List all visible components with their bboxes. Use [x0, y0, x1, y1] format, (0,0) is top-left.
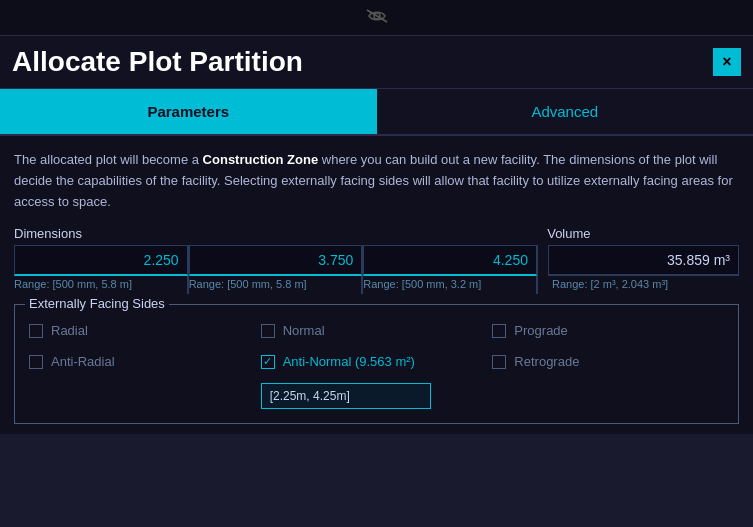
- retrograde-label: Retrograde: [514, 354, 579, 369]
- anti-normal-hint: [2.25m, 4.25m]: [261, 383, 431, 409]
- dim2-range: Range: [500 mm, 5.8 m]: [189, 276, 363, 294]
- description-text: The allocated plot will become a Constru…: [14, 150, 739, 212]
- dim2-input[interactable]: [189, 245, 363, 276]
- dim1-range: Range: [500 mm, 5.8 m]: [14, 276, 188, 294]
- normal-label: Normal: [283, 323, 325, 338]
- checkboxes-row-1: Radial Normal Prograde: [29, 323, 724, 338]
- volume-label: Volume: [537, 226, 739, 241]
- tab-advanced[interactable]: Advanced: [377, 89, 754, 134]
- close-button[interactable]: ×: [713, 48, 741, 76]
- dim1-input[interactable]: [14, 245, 188, 276]
- dim1-block: Range: [500 mm, 5.8 m]: [14, 245, 189, 294]
- dialog-title: Allocate Plot Partition: [12, 46, 303, 78]
- anti-radial-cb: [29, 355, 43, 369]
- top-bar: [0, 0, 753, 36]
- eye-slash-icon: [365, 6, 389, 29]
- facing-sides-container: Externally Facing Sides Radial Normal Pr…: [14, 304, 739, 424]
- dimensions-label: Dimensions: [14, 226, 537, 241]
- volume-range: Range: [2 m³, 2.043 m³]: [548, 276, 739, 294]
- checkbox-anti-radial[interactable]: Anti-Radial: [29, 354, 261, 369]
- main-content: The allocated plot will become a Constru…: [0, 136, 753, 434]
- tabs-container: Parameters Advanced: [0, 89, 753, 136]
- retrograde-cb: [492, 355, 506, 369]
- volume-block: Range: [2 m³, 2.043 m³]: [538, 245, 739, 294]
- prograde-label: Prograde: [514, 323, 567, 338]
- radial-label: Radial: [51, 323, 88, 338]
- checkbox-retrograde[interactable]: Retrograde: [492, 354, 724, 369]
- radial-cb: [29, 324, 43, 338]
- dim3-range: Range: [500 mm, 3.2 m]: [363, 276, 537, 294]
- checkbox-prograde[interactable]: Prograde: [492, 323, 724, 338]
- checkbox-radial[interactable]: Radial: [29, 323, 261, 338]
- title-bar: Allocate Plot Partition ×: [0, 36, 753, 89]
- checkboxes-row-2: Anti-Radial Anti-Normal (9.563 m²) [2.25…: [29, 354, 724, 409]
- dim2-block: Range: [500 mm, 5.8 m]: [189, 245, 364, 294]
- anti-normal-label: Anti-Normal (9.563 m²): [283, 354, 415, 369]
- anti-normal-cb: [261, 355, 275, 369]
- anti-radial-label: Anti-Radial: [51, 354, 115, 369]
- prograde-cb: [492, 324, 506, 338]
- facing-sides-legend: Externally Facing Sides: [25, 296, 169, 311]
- dim3-input[interactable]: [363, 245, 537, 276]
- dim3-block: Range: [500 mm, 3.2 m]: [363, 245, 538, 294]
- checkbox-anti-normal[interactable]: Anti-Normal (9.563 m²) [2.25m, 4.25m]: [261, 354, 493, 409]
- volume-input: [548, 245, 739, 276]
- checkbox-normal[interactable]: Normal: [261, 323, 493, 338]
- desc-bold: Construction Zone: [203, 152, 319, 167]
- desc-text1: The allocated plot will become a: [14, 152, 203, 167]
- tab-parameters[interactable]: Parameters: [0, 89, 377, 134]
- fields-row: Range: [500 mm, 5.8 m] Range: [500 mm, 5…: [14, 245, 739, 294]
- normal-cb: [261, 324, 275, 338]
